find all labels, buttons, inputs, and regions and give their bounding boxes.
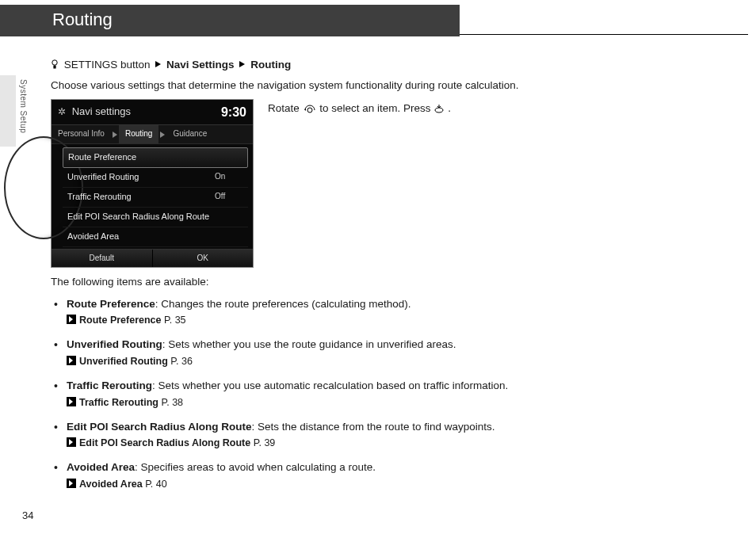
breadcrumb-prefix: SETTINGS button bbox=[64, 59, 151, 71]
rotate-dial-icon bbox=[303, 103, 317, 119]
item-title: Unverified Routing bbox=[67, 338, 162, 350]
header-rule bbox=[460, 34, 748, 35]
device-row-selected: Route Preference bbox=[63, 147, 248, 168]
device-row: Unverified Routing On bbox=[63, 168, 248, 188]
breadcrumb-step1: Navi Settings bbox=[166, 59, 235, 71]
screenshot-row: ✲ Navi settings 9:30 Personal Info Routi… bbox=[51, 99, 707, 268]
item-desc: : Sets whether you use the route guidanc… bbox=[162, 338, 456, 350]
item-desc: : Changes the route preferences (calcula… bbox=[155, 298, 411, 310]
device-row-value: Off bbox=[215, 191, 243, 204]
svg-point-3 bbox=[435, 108, 443, 113]
xref-page: P. 36 bbox=[170, 356, 193, 367]
cross-reference: Unverified Routing P. 36 bbox=[67, 354, 653, 368]
xref-title: Edit POI Search Radius Along Route bbox=[79, 437, 250, 448]
item-title: Avoided Area bbox=[67, 461, 135, 473]
xref-title: Route Preference bbox=[79, 315, 162, 326]
device-row-label: Unverified Routing bbox=[67, 171, 139, 184]
device-row: Traffic Rerouting Off bbox=[63, 188, 248, 208]
xref-arrow-icon bbox=[67, 356, 76, 365]
gear-icon: ✲ bbox=[58, 106, 66, 117]
items-list: Route Preference: Changes the route pref… bbox=[51, 296, 653, 491]
list-item: Edit POI Search Radius Along Route: Sets… bbox=[54, 419, 653, 451]
cross-reference: Edit POI Search Radius Along Route P. 39 bbox=[67, 436, 653, 450]
xref-page: P. 35 bbox=[164, 315, 186, 326]
list-item: Avoided Area: Specifies areas to avoid w… bbox=[54, 460, 653, 491]
item-desc: : Sets the distance from the route to fi… bbox=[252, 421, 495, 433]
list-item: Traffic Rerouting: Sets whether you use … bbox=[54, 378, 653, 410]
device-footer-button: Default bbox=[52, 250, 153, 268]
item-title: Traffic Rerouting bbox=[67, 380, 152, 391]
device-footer: Default OK bbox=[52, 249, 253, 268]
list-item: Route Preference: Changes the route pref… bbox=[54, 296, 653, 328]
xref-title: Traffic Rerouting bbox=[79, 397, 158, 408]
device-body: Route Preference Unverified Routing On T… bbox=[52, 144, 253, 249]
device-clock: 9:30 bbox=[221, 103, 246, 121]
device-tab: Guidance bbox=[166, 125, 213, 143]
item-title: Route Preference bbox=[67, 298, 155, 310]
device-tabs: Personal Info Routing Guidance bbox=[52, 125, 253, 144]
device-row-value bbox=[214, 151, 242, 164]
device-title-wrap: ✲ Navi settings bbox=[58, 105, 131, 120]
item-title: Edit POI Search Radius Along Route bbox=[67, 421, 252, 433]
page-title-bar: Routing bbox=[0, 5, 460, 36]
side-tab bbox=[0, 75, 16, 147]
chevron-right-icon bbox=[160, 132, 165, 138]
device-screenshot: ✲ Navi settings 9:30 Personal Info Routi… bbox=[51, 99, 254, 268]
settings-icon bbox=[51, 59, 59, 70]
device-row: Edit POI Search Radius Along Route bbox=[63, 208, 248, 227]
xref-page: P. 38 bbox=[162, 397, 184, 408]
device-footer-button: OK bbox=[153, 250, 254, 268]
device-title: Navi settings bbox=[72, 105, 131, 117]
device-titlebar: ✲ Navi settings 9:30 bbox=[52, 100, 253, 125]
side-section-label: System Setup bbox=[19, 79, 28, 133]
chevron-right-icon bbox=[113, 132, 117, 138]
svg-point-2 bbox=[307, 108, 312, 113]
available-label: The following items are available: bbox=[51, 274, 707, 290]
cross-reference: Avoided Area P. 40 bbox=[67, 477, 653, 491]
cross-reference: Traffic Rerouting P. 38 bbox=[67, 395, 653, 410]
xref-title: Unverified Routing bbox=[79, 356, 168, 367]
xref-page: P. 39 bbox=[254, 437, 276, 448]
device-row-value bbox=[215, 211, 243, 223]
svg-rect-1 bbox=[53, 66, 55, 69]
press-button-icon bbox=[433, 103, 445, 119]
breadcrumb: SETTINGS button Navi Settings Routing bbox=[51, 57, 707, 73]
header-row: Routing bbox=[0, 5, 756, 36]
item-desc: : Specifies areas to avoid when calculat… bbox=[135, 461, 376, 473]
instruction-post: . bbox=[448, 102, 451, 114]
instruction-text: Rotate to select an item. Press . bbox=[268, 99, 451, 119]
xref-arrow-icon bbox=[67, 397, 76, 406]
device-row: Avoided Area bbox=[63, 227, 248, 247]
page-number: 34 bbox=[22, 509, 33, 521]
device-row-label: Route Preference bbox=[68, 151, 136, 164]
intro-text: Choose various settings that determine t… bbox=[51, 78, 637, 93]
instruction-mid: to select an item. Press bbox=[319, 102, 433, 114]
chevron-right-icon bbox=[239, 61, 245, 67]
device-tab-active: Routing bbox=[119, 125, 158, 143]
page-title: Routing bbox=[52, 10, 113, 29]
device-row-value: On bbox=[215, 171, 243, 184]
xref-arrow-icon bbox=[67, 437, 76, 447]
svg-point-0 bbox=[52, 60, 57, 65]
breadcrumb-step2: Routing bbox=[250, 59, 291, 71]
device-row-label: Avoided Area bbox=[67, 231, 119, 243]
content-area: SETTINGS button Navi Settings Routing Ch… bbox=[51, 57, 707, 491]
device-row-label: Edit POI Search Radius Along Route bbox=[67, 211, 209, 223]
xref-page: P. 40 bbox=[145, 479, 167, 490]
item-desc: : Sets whether you use automatic recalcu… bbox=[152, 380, 508, 391]
device-row-label: Traffic Rerouting bbox=[67, 191, 132, 204]
xref-arrow-icon bbox=[67, 315, 76, 324]
list-item: Unverified Routing: Sets whether you use… bbox=[54, 337, 653, 368]
cross-reference: Route Preference P. 35 bbox=[67, 313, 653, 327]
chevron-right-icon bbox=[155, 61, 161, 67]
xref-arrow-icon bbox=[67, 479, 76, 488]
instruction-pre: Rotate bbox=[268, 102, 303, 114]
device-row-value bbox=[215, 231, 243, 243]
xref-title: Avoided Area bbox=[79, 479, 143, 490]
